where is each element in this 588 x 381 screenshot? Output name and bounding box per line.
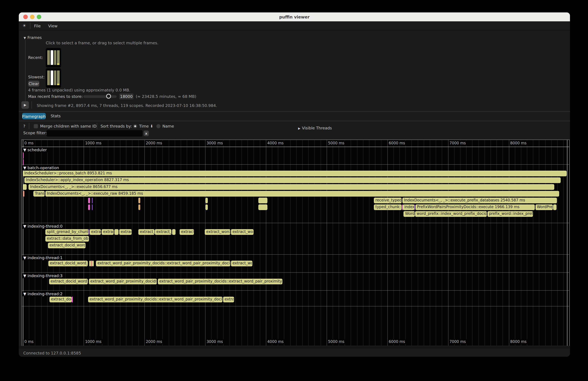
thread-header-indexing-thread:1[interactable]: ▼ indexing-thread:1 (23, 255, 64, 260)
frame-bar[interactable] (57, 50, 60, 65)
scope-bar[interactable] (553, 204, 557, 210)
tab-flamegraph[interactable]: Flamegraph (22, 113, 46, 119)
thread-header-indexing-thread:0[interactable]: ▼ indexing-thread:0 (23, 224, 64, 229)
scope-bar[interactable]: extract_word_pair_proximity_docids::extr… (96, 261, 230, 266)
scope-bar[interactable]: PrefixWordPairsProximityDocids::execute … (416, 204, 535, 210)
frame-bar[interactable] (54, 70, 56, 85)
scope-bar[interactable] (23, 191, 24, 196)
scope-bar[interactable] (206, 204, 208, 210)
scope-bar[interactable] (92, 198, 92, 203)
sort-by-time-label: Time (139, 124, 149, 128)
scope-bar[interactable]: prefix_word::index_prefix_word_docids (487, 211, 533, 217)
scope-bar[interactable] (23, 184, 26, 190)
menu-item-file[interactable]: File (34, 23, 41, 28)
scope-bar[interactable]: IndexDocuments<_, _>::execute_raw 8459.1… (45, 191, 559, 196)
scope-bar[interactable] (23, 153, 23, 158)
scope-bar[interactable]: IndexDocuments<_, _>::execute_prefix_dat… (402, 198, 557, 203)
scope-filter-input[interactable] (46, 130, 143, 136)
sort-by-name-radio[interactable] (156, 124, 161, 128)
scope-bar[interactable]: extract_word (180, 229, 194, 235)
scope-bar[interactable] (88, 204, 90, 210)
scope-bar[interactable]: extract_word_pair (231, 229, 253, 235)
scope-bar[interactable] (91, 261, 92, 266)
tab-stats[interactable]: Stats (51, 114, 61, 118)
scope-bar[interactable]: extract_docid_word_positions (49, 279, 88, 284)
scope-bar[interactable] (138, 198, 140, 203)
scope-bar[interactable] (92, 261, 94, 266)
scope-label: extract_word (120, 230, 131, 234)
clear-frames-button[interactable]: Clear (28, 81, 40, 87)
scope-bar[interactable]: WordPrefixDocids (535, 204, 553, 210)
recent-frames-thumbnail[interactable] (46, 48, 61, 67)
scope-bar[interactable]: extract_word_pair_proximity_docids::extr… (88, 297, 222, 302)
zoom-window-button[interactable] (37, 15, 41, 19)
play-button[interactable]: ▶ (21, 101, 29, 109)
close-window-button[interactable] (23, 15, 28, 19)
scope-bar[interactable] (258, 198, 268, 203)
merge-children-checkbox[interactable] (34, 124, 38, 128)
scope-bar[interactable]: extract_word_p (138, 229, 155, 235)
frame-bar[interactable] (57, 70, 60, 85)
scope-bar[interactable]: receive_typed_chunk (374, 198, 401, 203)
scope-bar[interactable] (23, 159, 23, 165)
max-frames-slider[interactable] (83, 95, 117, 98)
scope-bar[interactable]: extract_word (119, 229, 132, 235)
scope-bar[interactable]: extract_word_p (155, 229, 171, 235)
scope-bar[interactable] (114, 229, 119, 235)
scope-bar[interactable]: word_prefix::index_word_prefix_docids (415, 211, 487, 217)
scope-filter-clear-button[interactable]: x (144, 130, 149, 136)
scope-bar[interactable] (415, 204, 415, 210)
scope-bar[interactable] (206, 198, 208, 203)
scope-bar[interactable]: extract_word_pair (205, 229, 230, 235)
flamegraph-canvas[interactable]: 0 ms0 ms1000 ms1000 ms2000 ms2000 ms3000… (21, 139, 569, 346)
scope-bar[interactable]: extract_word_pair_proximity_docids::extr… (158, 279, 282, 284)
scope-bar[interactable]: extract_word_pair_proximity_docids (89, 279, 157, 284)
scope-bar[interactable]: extract_docid_word_positions (48, 261, 88, 266)
scope-bar[interactable]: IndexDocuments<_, _>::execute 8656.677 m… (29, 184, 554, 190)
sort-direction-down-icon[interactable]: ⬇ (150, 124, 153, 128)
scope-bar[interactable]: extract_word_pair (231, 261, 252, 266)
scope-bar[interactable]: extract_docid_word_positions (48, 243, 85, 248)
frame-bar[interactable] (54, 50, 56, 65)
slowest-frames-thumbnail[interactable] (46, 68, 61, 88)
scope-bar[interactable]: extract_word_pair (223, 297, 234, 302)
slider-knob[interactable] (106, 94, 111, 99)
frames-section-header[interactable]: ▼Frames (24, 33, 42, 41)
scope-bar[interactable] (402, 204, 403, 210)
frame-bar[interactable] (47, 70, 50, 85)
scope-bar[interactable] (258, 204, 268, 210)
scope-bar[interactable]: index_word_docids (403, 204, 414, 210)
thread-header-indexing-thread:3[interactable]: ▼ indexing-thread:3 (23, 274, 64, 278)
frame-bar[interactable] (47, 50, 50, 65)
scope-bar[interactable]: IndexScheduler>::process_batch 8953.821 … (23, 171, 567, 176)
scope-label: IndexScheduler>::process_batch 8953.821 … (23, 171, 566, 176)
frame-bar[interactable] (50, 50, 53, 65)
scope-bar[interactable]: IndexScheduler>::apply_index_operation 8… (24, 177, 560, 183)
scope-bar[interactable] (89, 261, 91, 266)
thread-header-batch-operation[interactable]: ▼ batch-operation (23, 166, 61, 170)
theme-toggle-sun-icon[interactable]: ☀ (22, 23, 26, 28)
sort-by-time-radio[interactable] (133, 124, 137, 128)
scope-bar[interactable]: WordDocids (404, 211, 415, 217)
scope-bar[interactable] (92, 204, 92, 210)
frame-bar[interactable] (50, 70, 53, 85)
scope-bar[interactable]: split_grenad_by_chunks (45, 229, 88, 235)
thread-header-indexing-thread:2[interactable]: ▼ indexing-thread:2 (23, 291, 64, 296)
scope-bar[interactable]: extract_word (102, 229, 114, 235)
scope-bar[interactable] (88, 198, 90, 203)
scope-bar[interactable] (72, 297, 73, 302)
visible-threads-header[interactable]: ▶Visible Threads (298, 124, 332, 131)
scope-bar[interactable] (89, 229, 89, 235)
help-button[interactable]: ? (23, 124, 25, 128)
minimize-window-button[interactable] (30, 15, 35, 19)
scope-bar[interactable]: extract_docid_word (90, 229, 101, 235)
menu-item-view[interactable]: View (48, 23, 58, 28)
scope-bar[interactable] (172, 229, 175, 235)
scope-bar[interactable]: typed_chunk::write (374, 204, 401, 210)
scope-bar[interactable]: Transform::read_documents (33, 191, 45, 196)
scope-bar[interactable] (138, 204, 140, 210)
max-frames-value[interactable]: 18000 (119, 93, 134, 99)
scope-bar[interactable]: extract_docid_word_positions (49, 297, 71, 302)
thread-header-scheduler[interactable]: ▼ scheduler (23, 147, 49, 152)
scope-bar[interactable]: extract::data_from_obkv (45, 236, 89, 242)
